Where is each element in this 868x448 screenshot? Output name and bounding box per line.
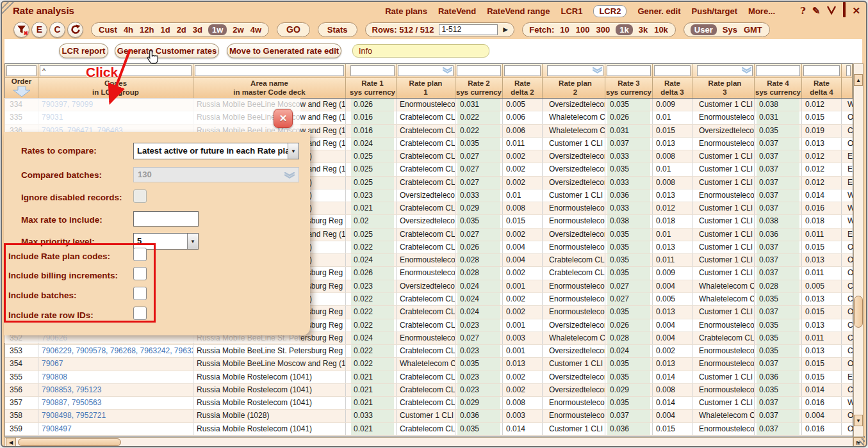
rates-to-compare-select[interactable]: Latest active or future in each Rate pla… — [133, 143, 299, 159]
include-billing-increments-checkbox[interactable] — [133, 267, 147, 280]
codes-cell[interactable]: 7906229, 7909578, 796268, 7963242, 79632 — [38, 345, 193, 357]
rate-plan-3-header[interactable]: Rate plan3 — [696, 78, 755, 98]
rows-range-input[interactable] — [439, 24, 498, 35]
include-rate-plan-codes-checkbox[interactable] — [133, 248, 147, 261]
vertical-scrollbar[interactable]: ▲ ▼ — [853, 63, 864, 437]
time-range-1d[interactable]: 1d — [160, 25, 170, 35]
rate-2-header[interactable]: Rate 2sys currency — [455, 78, 503, 98]
table-row[interactable]: 3567908853, 795123Russia Mobile Rostelec… — [5, 384, 853, 397]
rate-plan-4-header[interactable] — [845, 78, 853, 98]
filter-clear-button[interactable]: ✖ — [13, 22, 29, 38]
rate-2-cell: 0.035 — [455, 423, 503, 435]
fetch-option-300[interactable]: 300 — [596, 25, 611, 35]
table-row[interactable]: 35479067Russia Mobile BeeLine Moscow and… — [5, 358, 853, 371]
rate-1-header[interactable]: Rate 1sys currency — [349, 78, 397, 98]
rate-3-filter-input[interactable] — [607, 65, 651, 76]
menu-item-push-target[interactable]: Push/target — [692, 6, 738, 16]
menu-item-rate-plans[interactable]: Rate plans — [385, 6, 427, 16]
stats-button[interactable]: Stats — [318, 22, 357, 37]
horizontal-scroll-thumb[interactable] — [18, 438, 121, 446]
rate-4-filter-input[interactable] — [756, 65, 800, 76]
help-icon[interactable]: ? — [800, 4, 806, 17]
time-range-1w[interactable]: 1w — [208, 24, 227, 35]
rate-4-header[interactable]: Rate 4sys currency — [755, 78, 802, 98]
table-row[interactable]: 3597908497Russia Mobile Rostelecom (1041… — [5, 423, 853, 436]
rate-delta-3-header[interactable]: Ratedelta 3 — [653, 78, 692, 98]
rate-delta-3-filter-input[interactable] — [654, 65, 691, 76]
rate-2-filter-input[interactable] — [457, 65, 501, 76]
rate-plan-1-cell: Oversizedtelecom CLI — [397, 215, 455, 227]
rate-1-filter-input[interactable] — [350, 65, 395, 76]
area-filter-input[interactable] — [195, 65, 344, 76]
horizontal-scrollbar[interactable]: ◀ — [4, 437, 853, 447]
rate-delta-4-filter-input[interactable] — [803, 65, 840, 76]
table-row[interactable]: 355790808Russia Mobile Rostelecom (1041)… — [5, 371, 853, 384]
fetch-option-10[interactable]: 10 — [559, 25, 569, 35]
scope-option-user[interactable]: User — [691, 24, 717, 35]
max-rate-to-include-input[interactable] — [133, 211, 199, 227]
rows-next-icon[interactable]: ▶ — [503, 26, 507, 33]
time-range-3d[interactable]: 3d — [192, 25, 203, 35]
table-row[interactable]: 3537906229, 7909578, 796268, 7963242, 79… — [5, 345, 853, 358]
rate-plan-2-header[interactable]: Rate plan2 — [546, 78, 605, 98]
codes-cell[interactable]: 79067 — [38, 358, 193, 370]
rate-3-header[interactable]: Rate 3sys currency — [605, 78, 653, 98]
dialog-close-button[interactable]: ✕ — [274, 109, 293, 128]
rate-plan-4-filter-input[interactable] — [846, 65, 851, 76]
rate-delta-2-filter-input[interactable] — [504, 65, 541, 76]
time-range-4h[interactable]: 4h — [123, 25, 134, 35]
dropdown-arrow-icon[interactable]: ▼ — [288, 143, 299, 159]
fetch-option-3k[interactable]: 3k — [638, 25, 648, 35]
scroll-left-icon[interactable]: ◀ — [6, 438, 16, 447]
time-range-12h[interactable]: 12h — [139, 25, 154, 35]
menu-item-more[interactable]: More... — [748, 6, 775, 16]
rate-4-cell: 0.031 — [755, 111, 802, 124]
c-button[interactable]: C — [49, 22, 65, 38]
time-range-cust[interactable]: Cust — [98, 25, 118, 35]
codes-cell[interactable]: 7908498, 7952721 — [38, 410, 193, 422]
include-rate-row-ids-checkbox[interactable] — [133, 307, 147, 320]
fetch-option-10k[interactable]: 10k — [653, 25, 669, 35]
go-button[interactable]: GO — [277, 22, 310, 37]
rate-2-cell: 0.022 — [455, 125, 503, 137]
codes-cell[interactable]: 790808 — [38, 371, 193, 383]
e-button[interactable]: E — [31, 22, 47, 38]
codes-cell[interactable]: 7908853, 795123 — [38, 384, 193, 396]
rate-delta-4-header[interactable]: Ratedelta 4 — [802, 78, 842, 98]
include-batches-checkbox[interactable] — [133, 287, 147, 300]
fetch-option-1k[interactable]: 1k — [616, 24, 632, 35]
menu-item-lcr2[interactable]: LCR2 — [593, 5, 626, 17]
area-header[interactable]: Area namein master Code deck — [193, 78, 346, 98]
codes-cell[interactable]: 7908497 — [38, 423, 193, 435]
time-range-2d[interactable]: 2d — [176, 25, 187, 35]
edit-pencil-icon[interactable]: ✎ — [812, 4, 821, 17]
rate-plan-1-header-label: Rate plan — [409, 79, 443, 88]
table-row[interactable]: 3587908498, 7952721Russia Mobile (1028)0… — [5, 410, 853, 422]
table-row[interactable]: 357790887, 7950563Russia Mobile Rostelec… — [5, 397, 853, 410]
scope-option-gmt[interactable]: GMT — [743, 25, 763, 35]
order-filter-input[interactable] — [6, 65, 37, 76]
time-range-4w[interactable]: 4w — [250, 25, 262, 35]
rate-delta-2-header[interactable]: Ratedelta 2 — [503, 78, 543, 98]
scroll-up-icon[interactable]: ▲ — [854, 74, 863, 86]
move-to-generated-rate-edit-button[interactable]: Move to Generated rate edit — [227, 44, 341, 58]
scope-option-sys[interactable]: Sys — [722, 25, 738, 35]
vertical-scroll-thumb[interactable] — [854, 296, 863, 328]
time-range-2w[interactable]: 2w — [232, 25, 244, 35]
refresh-button[interactable] — [67, 22, 83, 38]
menu-item-ratevend[interactable]: RateVend — [438, 6, 476, 16]
rate-delta-3-cell: 0.004 — [653, 332, 692, 344]
close-icon[interactable]: ✕ — [852, 4, 860, 17]
rate-plan-1-header[interactable]: Rate plan1 — [397, 78, 455, 98]
scroll-down-icon[interactable]: ▼ — [854, 415, 863, 426]
order-header[interactable]: Order — [5, 78, 38, 98]
info-box[interactable]: Info — [352, 44, 489, 58]
fetch-option-100[interactable]: 100 — [575, 25, 591, 35]
menu-item-gener-edit[interactable]: Gener. edit — [637, 6, 680, 16]
menu-item-ratevend-range[interactable]: RateVend range — [487, 6, 550, 16]
codes-cell[interactable]: 790887, 7950563 — [38, 397, 193, 409]
validate-v-icon[interactable] — [826, 5, 837, 17]
dropdown-arrow-icon[interactable]: ▼ — [187, 234, 198, 249]
menu-item-lcr1[interactable]: LCR1 — [561, 6, 582, 16]
window-panel-icon[interactable] — [843, 5, 846, 17]
